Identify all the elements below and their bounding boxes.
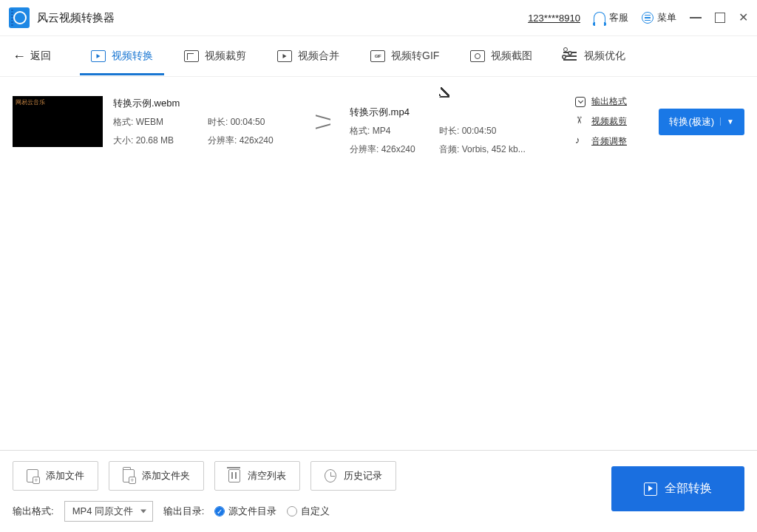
menu-label: 菜单	[657, 11, 676, 24]
app-title: 风云视频转换器	[37, 11, 115, 25]
headset-icon	[594, 12, 605, 24]
tab-gif-label: 视频转GIF	[391, 50, 439, 63]
tab-convert[interactable]: 视频转换	[91, 38, 153, 75]
add-folder-button[interactable]: 添加文件夹	[109, 461, 204, 491]
output-format-value: MP4 同原文件	[72, 505, 133, 516]
source-size: 大小: 20.68 MB	[113, 134, 203, 147]
output-format-label: 输出格式:	[13, 505, 54, 518]
convert-all-label: 全部转换	[665, 481, 712, 497]
support-link[interactable]: 客服	[594, 11, 628, 24]
radio-checked-icon	[214, 506, 225, 516]
source-resolution: 分辨率: 426x240	[208, 134, 298, 147]
clear-label: 清空列表	[248, 469, 286, 482]
output-dir-label: 输出目录:	[163, 505, 205, 518]
folder-plus-icon	[123, 469, 135, 482]
target-format: 格式: MP4	[350, 125, 435, 137]
trash-icon	[228, 469, 240, 482]
convert-all-button[interactable]: 全部转换	[611, 466, 744, 511]
history-button[interactable]: 历史记录	[310, 461, 396, 491]
tab-gif[interactable]: 视频转GIF	[370, 38, 439, 75]
app-logo-icon	[9, 7, 30, 28]
nav-bar: ← 返回 视频转换 视频裁剪 视频合并 视频转GIF 视频截图 视频优化	[0, 36, 757, 77]
support-label: 客服	[609, 11, 628, 24]
add-folder-label: 添加文件夹	[142, 469, 190, 482]
target-filename: 转换示例.mp4	[350, 106, 557, 119]
add-file-button[interactable]: 添加文件	[13, 461, 98, 491]
target-info: 转换示例.mp4 格式: MP4 时长: 00:04:50 分辨率: 426x2…	[350, 87, 557, 156]
output-format-select[interactable]: MP4 同原文件	[64, 501, 153, 522]
action-format-label: 输出格式	[591, 95, 627, 108]
pen-icon	[439, 87, 449, 98]
target-duration: 时长: 00:04:50	[439, 125, 557, 137]
minimize-button[interactable]	[690, 17, 702, 18]
format-icon	[575, 97, 585, 107]
clock-icon	[325, 469, 336, 482]
radio-unchecked-icon	[287, 506, 297, 516]
gif-icon	[370, 50, 385, 62]
scissors-icon	[575, 117, 585, 127]
menu-link[interactable]: 菜单	[642, 11, 676, 24]
tab-convert-label: 视频转换	[112, 50, 153, 63]
close-button[interactable]: ✕	[739, 12, 748, 24]
menu-icon	[642, 12, 654, 24]
radio-source-label: 源文件目录	[228, 505, 276, 518]
convert-button-label: 转换(极速)	[669, 115, 714, 129]
row-actions: 输出格式 视频裁剪 音频调整	[575, 95, 627, 148]
radio-source-dir[interactable]: 源文件目录	[214, 505, 276, 518]
source-filename: 转换示例.webm	[113, 97, 298, 110]
tab-screenshot[interactable]: 视频截图	[470, 38, 532, 75]
clear-list-button[interactable]: 清空列表	[214, 461, 300, 491]
target-resolution: 分辨率: 426x240	[350, 143, 435, 156]
titlebar: 风云视频转换器 123****8910 客服 菜单 ✕	[0, 0, 757, 36]
optimize-icon	[563, 50, 578, 62]
radio-custom-dir[interactable]: 自定义	[287, 505, 330, 518]
tab-crop-label: 视频裁剪	[205, 50, 246, 63]
file-list: 转换示例.webm 格式: WEBM 时长: 00:04:50 大小: 20.6…	[0, 77, 757, 166]
tab-optimize-label: 视频优化	[584, 50, 625, 63]
action-crop-label: 视频裁剪	[591, 115, 627, 128]
back-button[interactable]: ← 返回	[13, 49, 51, 64]
video-thumbnail[interactable]	[13, 96, 103, 147]
radio-custom-label: 自定义	[301, 505, 330, 518]
back-arrow-icon: ←	[13, 49, 26, 64]
file-row: 转换示例.webm 格式: WEBM 时长: 00:04:50 大小: 20.6…	[13, 87, 744, 156]
source-duration: 时长: 00:04:50	[208, 116, 298, 129]
tab-optimize[interactable]: 视频优化	[563, 38, 625, 75]
file-plus-icon	[27, 469, 38, 482]
tab-merge[interactable]: 视频合并	[277, 38, 339, 75]
screenshot-icon	[470, 50, 485, 62]
tab-screenshot-label: 视频截图	[491, 50, 532, 63]
user-id-link[interactable]: 123****8910	[528, 13, 580, 24]
source-format: 格式: WEBM	[113, 116, 203, 129]
tab-crop[interactable]: 视频裁剪	[184, 38, 246, 75]
action-crop[interactable]: 视频裁剪	[575, 115, 627, 128]
history-label: 历史记录	[344, 469, 382, 482]
shuffle-icon[interactable]	[316, 115, 332, 129]
source-info: 转换示例.webm 格式: WEBM 时长: 00:04:50 大小: 20.6…	[113, 97, 298, 147]
tab-merge-label: 视频合并	[298, 50, 339, 63]
back-label: 返回	[30, 50, 51, 63]
add-file-label: 添加文件	[46, 469, 84, 482]
action-output-format[interactable]: 输出格式	[575, 95, 627, 108]
target-audio: 音频: Vorbis, 452 kb...	[439, 143, 557, 156]
maximize-button[interactable]	[715, 13, 725, 23]
merge-icon	[277, 50, 292, 62]
crop-icon	[184, 50, 199, 62]
bottom-bar: 添加文件 添加文件夹 清空列表 历史记录 全部转换 输出格式: MP4 同原文件…	[0, 450, 757, 532]
convert-icon	[91, 50, 106, 62]
action-audio[interactable]: 音频调整	[575, 135, 627, 148]
music-icon	[575, 137, 585, 147]
convert-dropdown-icon[interactable]: ▼	[720, 117, 734, 126]
convert-button[interactable]: 转换(极速) ▼	[659, 109, 744, 135]
play-icon	[644, 482, 657, 496]
action-audio-label: 音频调整	[591, 135, 627, 148]
edit-name-button[interactable]	[439, 87, 557, 100]
